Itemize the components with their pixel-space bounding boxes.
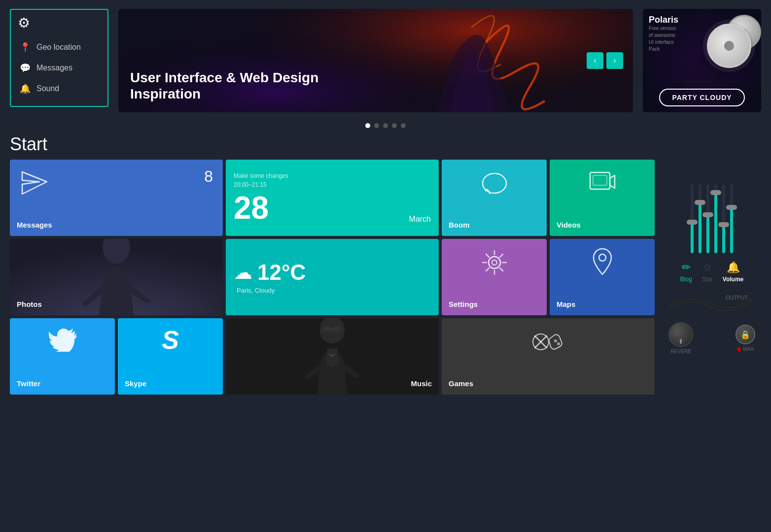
eq-handle-6[interactable]	[726, 205, 737, 210]
weather-temp: 12°C	[257, 260, 306, 285]
eq-fill-6	[730, 209, 733, 253]
output-label: OUTPUT	[726, 295, 748, 300]
tile-messages[interactable]: 8 Messages	[10, 160, 223, 236]
carousel-dot-3[interactable]	[383, 123, 388, 128]
reverb-section: REVERB	[668, 322, 693, 354]
tab-volume[interactable]: 🔔 Volume	[723, 261, 743, 283]
tile-videos[interactable]: Videos	[550, 160, 655, 236]
eq-fill-2	[699, 204, 701, 253]
eq-bar-6[interactable]	[730, 165, 733, 253]
blog-icon: ✏	[682, 261, 691, 274]
skype-s-icon: S	[162, 325, 179, 355]
svg-point-11	[492, 260, 497, 265]
games-icon	[531, 328, 565, 355]
messages-tile-icon	[20, 169, 49, 197]
settings-tile-label: Settings	[449, 300, 540, 308]
maps-icon	[590, 247, 615, 276]
eq-handle-1[interactable]	[687, 220, 698, 225]
eq-handle-4[interactable]	[710, 190, 721, 195]
tile-weather[interactable]: ☁ 12°C Paris, Cloudy	[226, 239, 439, 315]
svg-rect-15	[323, 327, 330, 332]
banner-prev-button[interactable]: ‹	[587, 52, 603, 69]
eq-track-4	[714, 184, 717, 253]
eq-handle-5[interactable]	[718, 222, 729, 227]
menu-label-geo: Geo location	[36, 43, 81, 52]
right-panel: ✏ Blog ☆ Star 🔔 Volume OUTPUT	[663, 160, 761, 395]
tile-music[interactable]: Music	[226, 318, 439, 395]
carousel-dot-5[interactable]	[401, 123, 406, 128]
lock-button[interactable]: 🔒	[736, 325, 755, 344]
messages-menu-icon: 💬	[20, 63, 31, 73]
audio-controls: OUTPUT REVERB 🔒 MAX	[663, 291, 761, 354]
eq-bar-4[interactable]	[714, 165, 717, 253]
eq-bar-2[interactable]	[699, 165, 701, 253]
banner-nav: ‹ ›	[587, 52, 623, 69]
videos-tile-label: Videos	[557, 221, 648, 229]
tile-boom[interactable]: Boom	[442, 160, 547, 236]
blog-label: Blog	[680, 276, 692, 283]
tile-skype[interactable]: S Skype	[118, 318, 223, 395]
max-label: MAX	[743, 346, 754, 352]
max-indicator	[737, 347, 741, 351]
album-cover	[707, 24, 751, 68]
reverb-label: REVERB	[670, 349, 691, 354]
tile-twitter[interactable]: Twitter	[10, 318, 115, 395]
lock-icon: 🔒	[740, 330, 750, 339]
tile-settings[interactable]: Settings	[442, 239, 547, 315]
tile-photos[interactable]: Photos	[10, 239, 223, 315]
album-info: Polaris Free versionof awesomeUI interfa…	[649, 15, 678, 53]
games-tile-label: Games	[449, 379, 648, 388]
carousel-dot-2[interactable]	[374, 123, 379, 128]
volume-tab-icon: 🔔	[727, 261, 740, 274]
svg-point-21	[554, 339, 557, 342]
cal-subtitle: Make some changes	[234, 172, 431, 179]
svg-rect-7	[593, 175, 607, 185]
menu-item-messages[interactable]: 💬 Messages	[18, 58, 101, 78]
eq-handle-2[interactable]	[695, 200, 705, 205]
menu-item-sound[interactable]: 🔔 Sound	[18, 78, 101, 99]
party-cloudy-button[interactable]: PARTY CLOUDY	[659, 89, 744, 106]
settings-menu: ⚙ 📍 Geo location 💬 Messages 🔔 Sound	[10, 9, 108, 107]
boom-icon	[480, 169, 509, 197]
twitter-tile-label: Twitter	[17, 379, 108, 388]
reverb-knob[interactable]	[668, 322, 693, 347]
album-subtitle: Free versionof awesomeUI interfacePack	[649, 25, 678, 53]
tiles-grid: 8 Messages Make some changes 20:00–21:15…	[10, 160, 655, 395]
weather-city: Paris, Cloudy	[234, 287, 431, 294]
music-tile-label: Music	[233, 379, 432, 388]
carousel-dot-4[interactable]	[392, 123, 397, 128]
view-tabs: ✏ Blog ☆ Star 🔔 Volume	[680, 261, 744, 283]
svg-marker-4	[22, 172, 47, 194]
star-label: Star	[702, 276, 713, 283]
menu-item-geo[interactable]: 📍 Geo location	[18, 37, 101, 58]
messages-tile-label: Messages	[17, 221, 216, 229]
tile-maps[interactable]: Maps	[550, 239, 655, 315]
eq-handle-3[interactable]	[702, 212, 713, 217]
banner-next-button[interactable]: ›	[606, 52, 623, 69]
cal-date: 28	[234, 192, 269, 224]
twitter-bird-icon	[48, 327, 77, 352]
tab-star[interactable]: ☆ Star	[702, 261, 713, 283]
tiles-area: 8 Messages Make some changes 20:00–21:15…	[0, 160, 771, 395]
tab-blog[interactable]: ✏ Blog	[680, 261, 692, 283]
eq-bar-1[interactable]	[691, 165, 694, 253]
banner-slider: User Interface & Web Design Inspiration …	[118, 9, 633, 112]
menu-label-sound: Sound	[36, 84, 59, 93]
audio-bottom: REVERB 🔒 MAX	[666, 322, 757, 354]
eq-fill-1	[691, 224, 694, 253]
tile-calendar[interactable]: Make some changes 20:00–21:15 28 March	[226, 160, 439, 236]
tile-games[interactable]: Games	[442, 318, 655, 395]
eq-bar-3[interactable]	[706, 165, 709, 253]
cable-svg: OUTPUT	[666, 291, 755, 320]
svg-point-10	[489, 257, 500, 268]
gear-icon[interactable]: ⚙	[18, 15, 101, 31]
skype-tile-label: Skype	[125, 379, 216, 388]
volume-label: Volume	[723, 276, 743, 283]
top-area: ⚙ 📍 Geo location 💬 Messages 🔔 Sound	[0, 0, 771, 117]
banner-title: User Interface & Web Design Inspiration	[130, 69, 318, 102]
carousel-dot-1[interactable]	[365, 123, 370, 128]
banner-text: User Interface & Web Design Inspiration	[130, 69, 318, 102]
videos-icon	[588, 169, 617, 195]
weather-cloud-icon: ☁	[234, 262, 252, 283]
eq-bar-5[interactable]	[722, 165, 725, 253]
